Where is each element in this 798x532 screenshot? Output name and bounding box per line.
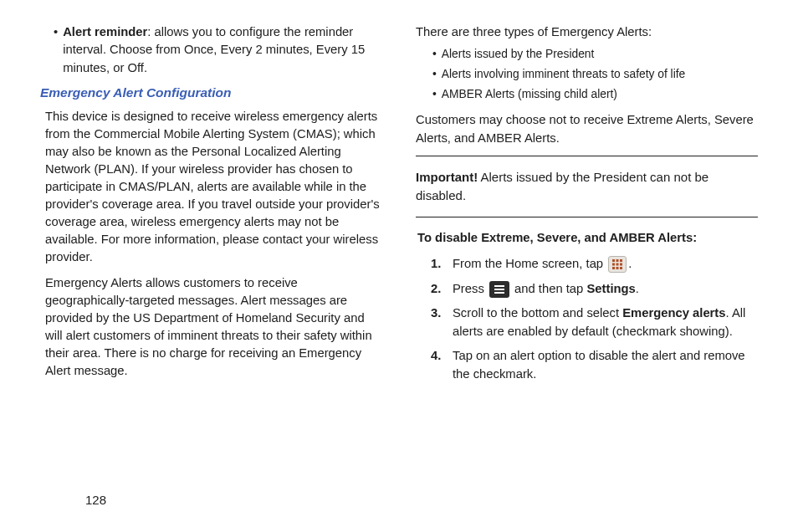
left-column: • Alert reminder: allows you to configur… [40,23,382,475]
step2-text-b: and then tap [511,282,587,295]
step-4: 4. Tap on an alert option to disable the… [431,347,758,383]
type-text: AMBER Alerts (missing child alert) [442,86,617,103]
step-body: Scroll to the bottom and select Emergenc… [453,304,758,340]
step-body: Press and then tap Settings. [453,280,758,298]
step3-em: Emergency alerts [622,306,725,320]
svg-rect-0 [612,259,615,262]
svg-rect-11 [494,292,504,294]
page-number: 128 [85,493,106,507]
svg-rect-3 [612,263,615,266]
svg-rect-2 [620,259,622,262]
svg-rect-6 [612,267,615,269]
step3-text-a: Scroll to the bottom and select [453,306,622,320]
step2-text-c: . [636,282,639,295]
type-item-president: • Alerts issued by the President [432,46,758,63]
svg-rect-4 [616,263,619,266]
bullet-text: Alert reminder: allows you to configure … [63,23,382,77]
step1-text-a: From the Home screen, tap [453,257,606,270]
right-column: There are three types of Emergency Alert… [416,23,758,475]
disable-heading: To disable Extreme, Severe, and AMBER Al… [417,229,758,247]
step2-settings: Settings [586,282,635,295]
type-text: Alerts issued by the President [442,46,595,63]
svg-rect-7 [616,267,619,269]
svg-rect-1 [616,259,619,262]
step-body: Tap on an alert option to disable the al… [453,347,758,383]
bullet-dot: • [432,86,437,103]
step-number: 4. [431,347,453,383]
svg-rect-9 [494,285,504,287]
step-number: 3. [431,304,453,340]
step-number: 2. [431,280,453,298]
paragraph-dhs: Emergency Alerts allows customers to rec… [45,274,382,380]
step-body: From the Home screen, tap . [453,255,758,273]
two-column-layout: • Alert reminder: allows you to configur… [40,23,758,475]
types-intro: There are three types of Emergency Alert… [416,23,758,41]
type-item-amber: • AMBER Alerts (missing child alert) [432,86,758,103]
step1-text-b: . [628,257,632,270]
alert-reminder-term: Alert reminder [63,25,147,38]
important-label: Important! [416,170,478,184]
divider-bottom [416,217,758,217]
type-text: Alerts involving imminent threats to saf… [442,66,685,83]
step-number: 1. [431,255,453,273]
svg-rect-8 [620,267,622,269]
divider-top [416,156,758,156]
menu-icon [489,281,509,298]
apps-icon [608,256,627,273]
step2-text-a: Press [453,282,488,295]
bullet-dot: • [54,23,58,77]
step-2: 2. Press and then tap Settings. [431,280,758,298]
bullet-dot: • [432,66,437,83]
step-3: 3. Scroll to the bottom and select Emerg… [431,304,758,340]
subheading-emergency-alert-config: Emergency Alert Configuration [40,84,382,102]
step-1: 1. From the Home screen, tap . [431,255,758,273]
important-note: Important! Alerts issued by the Presiden… [416,163,758,210]
bullet-dot: • [432,46,437,63]
svg-rect-5 [620,263,622,266]
svg-rect-10 [494,289,504,290]
type-item-imminent: • Alerts involving imminent threats to s… [432,66,758,83]
optout-paragraph: Customers may choose not to receive Extr… [416,111,758,147]
paragraph-cmas: This device is designed to receive wirel… [45,108,382,266]
bullet-alert-reminder: • Alert reminder: allows you to configur… [54,23,382,77]
